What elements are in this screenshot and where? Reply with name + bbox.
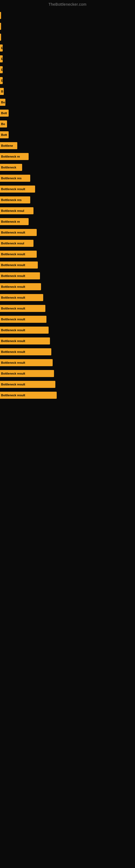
bar-label-7: B: [1, 90, 3, 93]
bar-26: Bottleneck result: [0, 294, 43, 301]
bar-row: Bottleneck result: [0, 249, 135, 259]
bar-13: Bottleneck re: [0, 153, 29, 160]
bar-label-29: Bottleneck result: [1, 329, 25, 332]
bar-row: Bott: [0, 108, 135, 118]
bar-row: Bottleneck re: [0, 151, 135, 162]
bar-18: Bottleneck resul: [0, 207, 34, 214]
bar-30: Bottleneck result: [0, 337, 50, 344]
bar-label-19: Bottleneck re: [1, 220, 20, 223]
site-title: TheBottlenecker.com: [0, 0, 135, 8]
bar-23: Bottleneck result: [0, 261, 38, 269]
bar-label-11: Bott: [1, 133, 7, 136]
bar-32: Bottleneck result: [0, 359, 53, 366]
bar-label-26: Bottleneck result: [1, 296, 25, 299]
bar-label-16: Bottleneck result: [1, 187, 25, 191]
bar-row: E: [0, 65, 135, 75]
bar-label-13: Bottleneck re: [1, 155, 20, 158]
bar-row: B: [0, 86, 135, 97]
bar-row: E: [0, 75, 135, 86]
bar-label-20: Bottleneck result: [1, 231, 25, 234]
bar-label-31: Bottleneck result: [1, 350, 25, 353]
bar-row: Bottleneck result: [0, 292, 135, 303]
bar-2: |: [0, 34, 1, 41]
bar-10: Bo: [0, 120, 7, 127]
bar-24: Bottleneck result: [0, 272, 40, 279]
bar-4: E: [0, 55, 3, 62]
bar-22: Bottleneck result: [0, 251, 37, 258]
bar-row: Bottleneck result: [0, 227, 135, 238]
bar-label-6: E: [1, 79, 3, 82]
bar-12: Bottlene: [0, 142, 17, 149]
bar-5: E: [0, 66, 3, 73]
bar-label-8: Bo: [1, 101, 5, 104]
bar-row: Bottleneck result: [0, 325, 135, 335]
bar-row: Bottleneck result: [0, 271, 135, 281]
bar-34: Bottleneck result: [0, 381, 55, 388]
bar-7: B: [0, 88, 4, 95]
bar-9: Bott: [0, 110, 9, 117]
bar-label-5: E: [1, 68, 3, 71]
bar-label-9: Bott: [1, 112, 7, 115]
bar-row: |: [0, 21, 135, 31]
bar-row: Bottleneck result: [0, 184, 135, 194]
bar-8: Bo: [0, 99, 5, 106]
bar-17: Bottleneck res: [0, 196, 30, 204]
bar-label-35: Bottleneck result: [1, 394, 25, 397]
bar-row: Bottleneck res: [0, 173, 135, 183]
bar-label-25: Bottleneck result: [1, 285, 25, 288]
bar-row: Bottleneck result: [0, 390, 135, 400]
bar-label-21: Bottleneck resul: [1, 242, 24, 245]
bar-19: Bottleneck re: [0, 218, 29, 225]
bar-row: Bottleneck result: [0, 358, 135, 368]
bar-row: Bottleneck result: [0, 260, 135, 270]
bar-row: E: [0, 43, 135, 53]
bar-label-34: Bottleneck result: [1, 383, 25, 386]
bar-15: Bottleneck res: [0, 175, 30, 182]
bar-row: Bottleneck re: [0, 216, 135, 227]
bar-label-4: E: [1, 57, 3, 61]
bar-0: |: [0, 12, 1, 19]
bar-label-32: Bottleneck result: [1, 361, 25, 364]
bar-label-14: Bottleneck: [1, 166, 16, 169]
bar-row: Bottleneck result: [0, 347, 135, 357]
bar-label-10: Bo: [1, 122, 5, 126]
bar-row: E: [0, 54, 135, 64]
bar-label-30: Bottleneck result: [1, 339, 25, 343]
bar-3: E: [0, 44, 3, 52]
bar-29: Bottleneck result: [0, 327, 49, 334]
bar-row: Bottlene: [0, 141, 135, 151]
bar-28: Bottleneck result: [0, 316, 46, 323]
bar-row: Bottleneck result: [0, 314, 135, 324]
bar-16: Bottleneck result: [0, 186, 35, 193]
bar-row: Bott: [0, 130, 135, 140]
bar-25: Bottleneck result: [0, 283, 41, 290]
bar-label-22: Bottleneck result: [1, 252, 25, 256]
bar-row: Bottleneck res: [0, 195, 135, 205]
bar-21: Bottleneck resul: [0, 240, 34, 247]
bar-row: Bottleneck result: [0, 303, 135, 314]
bar-label-12: Bottlene: [1, 144, 13, 147]
bar-label-28: Bottleneck result: [1, 318, 25, 321]
bar-11: Bott: [0, 131, 9, 138]
bar-label-24: Bottleneck result: [1, 274, 25, 278]
bar-row: Bottleneck: [0, 162, 135, 173]
bar-label-3: E: [1, 46, 3, 50]
bar-label-15: Bottleneck res: [1, 177, 21, 180]
bar-row: Bo: [0, 97, 135, 107]
bar-label-33: Bottleneck result: [1, 372, 25, 375]
bar-label-27: Bottleneck result: [1, 307, 25, 310]
bars-container: |||EEEEBBoBottBoBottBottleneBottleneck r…: [0, 8, 135, 401]
bar-row: Bo: [0, 119, 135, 129]
bar-label-18: Bottleneck resul: [1, 209, 24, 212]
bar-6: E: [0, 77, 3, 84]
bar-label-23: Bottleneck result: [1, 264, 25, 267]
bar-35: Bottleneck result: [0, 392, 57, 399]
bar-row: Bottleneck resul: [0, 238, 135, 248]
bar-1: |: [0, 23, 1, 30]
bar-row: Bottleneck result: [0, 336, 135, 346]
bar-row: Bottleneck result: [0, 282, 135, 292]
bar-row: Bottleneck result: [0, 368, 135, 379]
bar-row: Bottleneck resul: [0, 206, 135, 216]
bar-27: Bottleneck result: [0, 305, 45, 312]
bar-31: Bottleneck result: [0, 348, 51, 355]
